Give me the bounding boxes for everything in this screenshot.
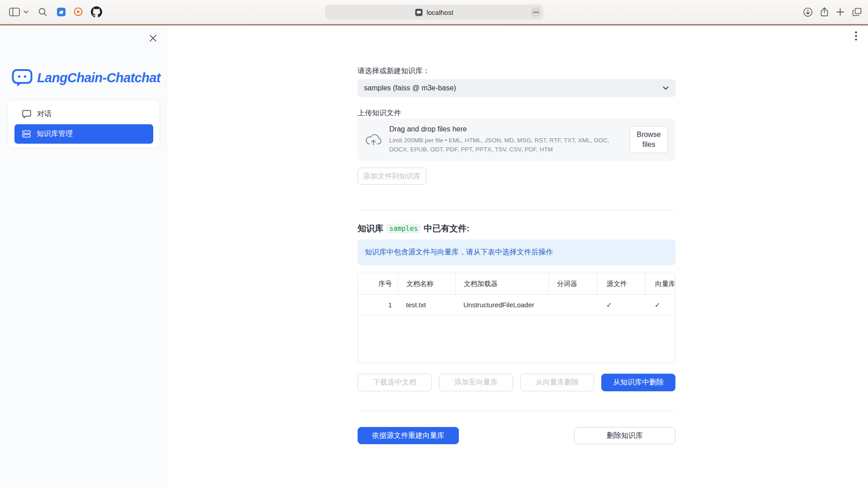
tab-overview-icon[interactable] [852, 8, 862, 16]
new-tab-icon[interactable] [836, 8, 844, 16]
kb-select-label: 请选择或新建知识库： [358, 66, 430, 76]
kebab-menu-icon [855, 31, 857, 41]
browser-toolbar: localhost [0, 0, 868, 24]
search-icon[interactable] [38, 8, 47, 16]
info-banner: 知识库中包含源文件与向量库，请从下表中选择文件后操作 [358, 239, 675, 265]
main-menu-button[interactable] [850, 30, 861, 42]
cell-doc-name: test.txt [398, 295, 455, 315]
app-decoration-bar [0, 24, 868, 25]
knowledge-base-icon [22, 130, 31, 138]
sidebar-item-chat[interactable]: 对话 [14, 104, 153, 124]
col-header-vector-store[interactable]: 向量库 [645, 273, 675, 294]
sidebar-item-label: 对话 [37, 109, 52, 119]
cell-vector-store-check: ✓ [645, 295, 675, 315]
logo-text: LangChain-Chatchat [37, 70, 160, 85]
drop-zone-title: Drag and drop files here [389, 125, 622, 133]
main-content: 请选择或新建知识库： samples (faiss @ m3e-base) 上传… [358, 25, 675, 488]
heading-suffix: 中已有文件: [424, 223, 469, 235]
cloud-upload-icon [365, 134, 382, 146]
file-action-buttons: 下载选中文档 添加至向量库 从向量库删除 从知识库中删除 [358, 374, 675, 391]
chat-bubble-icon [22, 110, 31, 118]
add-to-vector-store-button[interactable]: 添加至向量库 [439, 374, 513, 391]
rebuild-vector-store-button[interactable]: 依据源文件重建向量库 [358, 427, 459, 444]
download-selected-button[interactable]: 下载选中文档 [358, 374, 432, 391]
close-icon [149, 34, 157, 42]
kb-files-table[interactable]: 序号 文档名称 文档加载器 分词器 源文件 向量库 1 test.txt Uns… [358, 273, 675, 363]
col-header-loader[interactable]: 文档加载器 [455, 273, 548, 294]
logo-chat-icon [12, 69, 33, 87]
chevron-down-icon[interactable] [24, 10, 28, 14]
kb-select[interactable]: samples (faiss @ m3e-base) [358, 79, 675, 97]
drop-zone-text: Drag and drop files here Limit 200MB per… [389, 125, 622, 154]
file-drop-zone[interactable]: Drag and drop files here Limit 200MB per… [358, 118, 675, 161]
delete-kb-button[interactable]: 删除知识库 [574, 427, 675, 444]
share-icon[interactable] [821, 7, 828, 17]
kb-footer-buttons: 依据源文件重建向量库 删除知识库 [358, 427, 675, 444]
site-favicon [415, 9, 423, 16]
kb-files-heading: 知识库 samples 中已有文件: [358, 223, 470, 235]
sidebar-toggle-icon[interactable] [9, 8, 20, 16]
table-header-row: 序号 文档名称 文档加载器 分词器 源文件 向量库 [358, 273, 675, 295]
sidebar-close-button[interactable] [146, 32, 159, 44]
divider [358, 210, 675, 211]
cell-splitter [548, 295, 597, 315]
col-header-index[interactable]: 序号 [358, 273, 398, 294]
cell-index: 1 [358, 295, 398, 315]
cell-source-file-check: ✓ [597, 295, 645, 315]
app-logo: LangChain-Chatchat [12, 69, 160, 87]
chevron-down-icon [663, 86, 669, 90]
heading-prefix: 知识库 [358, 223, 383, 235]
browse-files-button[interactable]: Browse files [629, 126, 668, 153]
col-header-splitter[interactable]: 分词器 [548, 273, 597, 294]
extension-orange-icon[interactable] [73, 7, 83, 17]
upload-label: 上传知识文件 [358, 108, 401, 118]
info-banner-text: 知识库中包含源文件与向量库，请从下表中选择文件后操作 [365, 248, 553, 257]
col-header-doc-name[interactable]: 文档名称 [398, 273, 455, 294]
cell-loader: UnstructuredFileLoader [455, 295, 548, 315]
sidebar-item-label: 知识库管理 [37, 129, 73, 139]
col-header-source-file[interactable]: 源文件 [597, 273, 645, 294]
table-row[interactable]: 1 test.txt UnstructuredFileLoader ✓ ✓ [358, 295, 675, 315]
address-bar[interactable]: localhost [325, 5, 543, 20]
add-files-button[interactable]: 添加文件到知识库 [358, 168, 426, 185]
kb-select-value: samples (faiss @ m3e-base) [364, 84, 456, 92]
sidebar-nav: 对话 知识库管理 [8, 99, 160, 148]
remove-from-vector-store-button[interactable]: 从向量库删除 [520, 374, 594, 391]
github-icon[interactable] [91, 6, 102, 18]
sidebar-item-knowledge-base[interactable]: 知识库管理 [14, 124, 153, 144]
address-url: localhost [426, 9, 453, 16]
sidebar: LangChain-Chatchat 对话 知识库管理 [0, 25, 167, 488]
delete-from-kb-button[interactable]: 从知识库中删除 [601, 374, 675, 391]
kb-name-code: samples [387, 224, 420, 234]
download-icon[interactable] [803, 7, 813, 17]
drop-zone-hint: Limit 200MB per file • EML, HTML, JSON, … [389, 136, 622, 154]
divider [358, 411, 675, 411]
extension-blue-icon[interactable] [57, 8, 66, 16]
page-more-icon[interactable] [531, 7, 541, 17]
